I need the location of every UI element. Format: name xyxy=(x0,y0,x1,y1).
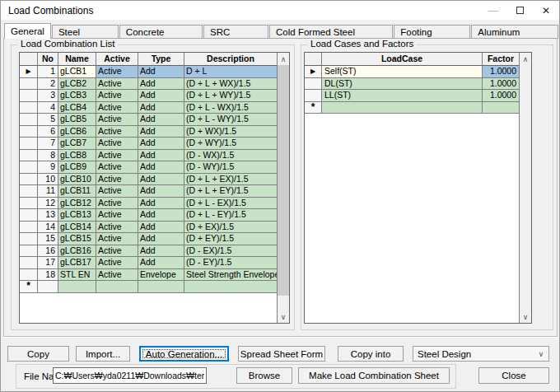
cell-name[interactable] xyxy=(58,281,96,293)
cell-active[interactable]: Active xyxy=(96,222,138,234)
close-button[interactable]: Close xyxy=(478,367,549,384)
tab-general[interactable]: General xyxy=(4,23,51,39)
row-header-cell[interactable] xyxy=(20,185,38,198)
maximize-icon[interactable] xyxy=(506,1,533,20)
cell-loadcase[interactable]: DL(ST) xyxy=(322,78,483,91)
cell-name[interactable]: gLCB13 xyxy=(58,209,96,222)
cell-no[interactable]: 17 xyxy=(38,257,58,269)
cell-active[interactable]: Active xyxy=(96,198,138,210)
cell-active[interactable]: Active xyxy=(96,233,138,245)
cell-name[interactable]: gLCB15 xyxy=(58,233,96,245)
cell-no[interactable]: 9 xyxy=(38,161,58,174)
cell-name[interactable]: gLCB5 xyxy=(58,114,96,126)
scrollbar-track[interactable] xyxy=(278,65,289,310)
spread-sheet-form-button[interactable]: Spread Sheet Form xyxy=(238,346,325,362)
cell-no[interactable]: 1 xyxy=(38,66,58,78)
tab-concrete-design[interactable]: Concrete Design xyxy=(119,25,203,39)
cell-factor[interactable]: 1.0000 xyxy=(483,90,519,102)
row-header-cell[interactable] xyxy=(20,138,38,150)
cell-no[interactable]: 3 xyxy=(38,90,58,102)
cell-description[interactable]: Steel Strength Envelope xyxy=(184,269,277,282)
cell-type[interactable]: Add xyxy=(138,222,184,234)
cell-description[interactable]: (D + WX)/1.5 xyxy=(184,126,277,138)
row-header-cell[interactable] xyxy=(20,102,38,114)
cell-type[interactable]: Add xyxy=(138,174,184,186)
cell-name[interactable]: STL EN xyxy=(58,269,96,282)
cell-factor[interactable]: 1.0000 xyxy=(483,66,519,78)
cell-description[interactable]: (D + EY)/1.5 xyxy=(184,233,277,245)
cell-active[interactable]: Active xyxy=(96,257,138,269)
col-header-type[interactable]: Type xyxy=(138,53,184,66)
cell-active[interactable]: Active xyxy=(96,66,138,78)
row-header-cell[interactable] xyxy=(20,233,38,245)
cell-name[interactable]: gLCB6 xyxy=(58,126,96,138)
col-header-name[interactable]: Name xyxy=(58,53,96,66)
cell-no[interactable]: 10 xyxy=(38,174,58,186)
cell-no[interactable]: 6 xyxy=(38,126,58,138)
cell-description[interactable]: (D - EY)/1.5 xyxy=(184,257,277,269)
cell-active[interactable]: Active xyxy=(96,269,138,282)
copy-into-button[interactable]: Copy into xyxy=(338,346,404,362)
cell-no[interactable]: 11 xyxy=(38,185,58,198)
cell-factor[interactable]: 1.0000 xyxy=(483,78,519,91)
close-icon[interactable]: ✕ xyxy=(533,1,559,20)
col-header-loadcase[interactable]: LoadCase xyxy=(322,53,483,66)
cell-type[interactable]: Add xyxy=(138,233,184,245)
cell-description[interactable]: (D + L - EY)/1.5 xyxy=(184,209,277,222)
cell-no[interactable]: 15 xyxy=(38,233,58,245)
col-header-active[interactable]: Active xyxy=(96,53,138,66)
left-table-scrollbar[interactable]: ∧ ∨ xyxy=(277,53,289,323)
cell-active[interactable]: Active xyxy=(96,138,138,150)
cell-active[interactable]: Active xyxy=(96,126,138,138)
cell-no[interactable]: 4 xyxy=(38,102,58,114)
cell-type[interactable]: Add xyxy=(138,185,184,198)
cell-loadcase[interactable]: LL(ST) xyxy=(322,90,483,102)
tab-aluminum-design[interactable]: Aluminum Design xyxy=(471,25,558,39)
row-header-cell[interactable] xyxy=(20,126,38,138)
scroll-down-icon[interactable]: ∨ xyxy=(278,310,289,323)
file-name-input[interactable] xyxy=(53,367,207,384)
cell-type[interactable]: Add xyxy=(138,78,184,91)
auto-generation-button[interactable]: Auto Generation... xyxy=(139,346,229,362)
cell-description[interactable]: (D + L + EX)/1.5 xyxy=(184,174,277,186)
col-header-factor[interactable]: Factor xyxy=(483,53,519,66)
cell-type[interactable]: Envelope xyxy=(138,269,184,282)
row-header-cell[interactable] xyxy=(20,245,38,258)
design-select-dropdown[interactable]: Steel Design ∨ xyxy=(413,346,549,362)
cell-name[interactable]: gLCB2 xyxy=(58,78,96,91)
row-header-cell[interactable] xyxy=(20,78,38,91)
cell-name[interactable]: gLCB1 xyxy=(58,66,96,78)
tab-cold-formed-steel-design[interactable]: Cold Formed Steel Design xyxy=(269,25,393,39)
scroll-up-icon[interactable]: ∧ xyxy=(278,53,289,65)
row-header-cell[interactable] xyxy=(20,150,38,162)
row-header-cell[interactable] xyxy=(20,114,38,126)
cell-type[interactable]: Add xyxy=(138,126,184,138)
cell-description[interactable]: (D + L - WY)/1.5 xyxy=(184,114,277,126)
scrollbar-thumb[interactable] xyxy=(278,65,289,296)
scroll-up-icon[interactable]: ∧ xyxy=(520,53,531,65)
cell-active[interactable]: Active xyxy=(96,102,138,114)
cell-description[interactable]: (D + L - EX)/1.5 xyxy=(184,198,277,210)
cell-name[interactable]: gLCB11 xyxy=(58,185,96,198)
cell-active[interactable]: Active xyxy=(96,245,138,258)
tab-steel-design[interactable]: Steel Design xyxy=(52,25,119,39)
cell-description[interactable]: (D + L + EY)/1.5 xyxy=(184,185,277,198)
cell-description[interactable]: (D - WX)/1.5 xyxy=(184,150,277,162)
row-header-cell[interactable] xyxy=(20,269,38,282)
row-header-cell[interactable] xyxy=(20,198,38,210)
cell-no[interactable] xyxy=(38,281,58,293)
cell-active[interactable]: Active xyxy=(96,209,138,222)
col-header-description[interactable]: Description xyxy=(184,53,277,66)
tab-footing-design[interactable]: Footing Design xyxy=(394,25,470,39)
import-button[interactable]: Import... xyxy=(76,346,130,362)
cell-name[interactable]: gLCB17 xyxy=(58,257,96,269)
scroll-down-icon[interactable]: ∨ xyxy=(520,310,531,323)
browse-button[interactable]: Browse xyxy=(236,367,292,384)
cell-description[interactable]: (D + L + WX)/1.5 xyxy=(184,78,277,91)
minimize-icon[interactable]: — xyxy=(480,1,506,20)
cell-description[interactable]: (D + L - WX)/1.5 xyxy=(184,102,277,114)
cell-name[interactable]: gLCB16 xyxy=(58,245,96,258)
cell-description[interactable] xyxy=(184,281,277,293)
cell-type[interactable]: Add xyxy=(138,66,184,78)
cell-active[interactable]: Active xyxy=(96,161,138,174)
